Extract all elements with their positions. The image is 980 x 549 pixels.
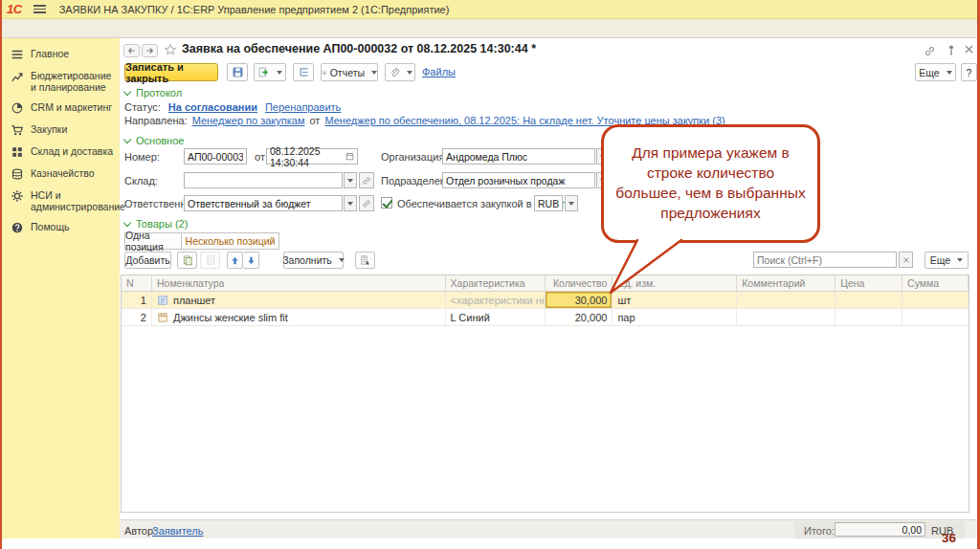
tab-bar xyxy=(0,19,980,38)
arrow-down-icon xyxy=(246,255,256,266)
author-link[interactable]: Заявитель xyxy=(152,525,204,537)
arrow-right-icon xyxy=(145,46,155,55)
quantity-cell-selected[interactable]: 30,000 xyxy=(546,292,612,308)
move-down-button[interactable] xyxy=(243,252,259,269)
document-title: Заявка на обеспечение АП00-000032 от 08.… xyxy=(182,42,536,55)
col-header-characteristic[interactable]: Характеристика xyxy=(446,275,546,291)
directed-to-link[interactable]: Менеджер по закупкам xyxy=(192,115,305,126)
col-header-n[interactable]: N xyxy=(122,275,152,291)
department-field[interactable] xyxy=(442,172,595,188)
selection-icon xyxy=(360,254,371,266)
caret-down-icon xyxy=(339,258,345,262)
sidebar-item-main[interactable]: Главное xyxy=(11,48,120,61)
warehouse-label: Склад: xyxy=(124,175,158,187)
files-link[interactable]: Файлы xyxy=(422,66,456,77)
mode-multi-button[interactable]: Несколько позиций xyxy=(182,232,279,250)
document-form: Заявка на обеспечение АП00-000032 от 08.… xyxy=(120,38,977,538)
status-row: Статус: На согласовании Перенаправить xyxy=(124,101,341,113)
number-field[interactable] xyxy=(184,148,247,165)
sidebar-item-help[interactable]: Помощь xyxy=(11,221,120,234)
mode-single-button[interactable]: Одна позиция xyxy=(124,232,182,250)
more-button[interactable]: Еще xyxy=(915,63,956,81)
search-clear-button[interactable] xyxy=(899,252,913,268)
reports-button[interactable]: Отчеты xyxy=(321,63,378,81)
grid-icon xyxy=(11,145,24,159)
collapse-icon xyxy=(123,87,131,95)
sidebar-item-warehouse[interactable]: Склад и доставка xyxy=(11,145,120,159)
section-goods[interactable]: Товары (2) xyxy=(124,218,188,230)
goods-more-button[interactable]: Еще xyxy=(924,252,969,269)
item-icon xyxy=(157,295,168,306)
currency-checkbox[interactable] xyxy=(381,197,392,209)
warehouse-dropdown[interactable] xyxy=(344,172,357,188)
sheet-icon xyxy=(205,254,216,266)
save-and-close-button[interactable]: Записать и закрыть xyxy=(124,63,218,81)
sidebar-item-treasury[interactable]: Казначейство xyxy=(11,167,120,181)
sidebar-item-crm[interactable]: CRM и маркетинг xyxy=(11,101,120,115)
back-button[interactable] xyxy=(123,44,140,57)
add-row-button[interactable]: Добавить xyxy=(124,252,171,269)
col-header-comment[interactable]: Комментарий xyxy=(737,275,835,291)
col-header-unit[interactable]: Ед. изм. xyxy=(612,275,737,291)
responsible-dropdown[interactable] xyxy=(344,195,357,211)
warehouse-field[interactable] xyxy=(184,172,343,188)
col-header-sum[interactable]: Сумма xyxy=(902,275,969,291)
move-up-button[interactable] xyxy=(227,252,243,269)
section-main[interactable]: Основное xyxy=(124,135,184,146)
pin-icon[interactable] xyxy=(947,44,956,59)
table-row[interactable]: 2 Джинсы женские slim fit L Синий 20,000… xyxy=(122,309,969,326)
goods-table: N Номенклатура Характеристика Количество… xyxy=(121,274,969,513)
arrow-left-icon xyxy=(126,46,137,55)
main-menu-icon[interactable] xyxy=(33,5,46,13)
document-structure-button[interactable] xyxy=(293,63,314,81)
calendar-icon[interactable] xyxy=(345,151,354,162)
fill-button[interactable]: Заполнить xyxy=(283,252,344,269)
attachments-button[interactable] xyxy=(385,63,415,81)
save-button[interactable] xyxy=(227,63,248,81)
pie-chart-icon xyxy=(11,101,24,115)
structure-icon xyxy=(298,66,310,78)
redirect-link[interactable]: Перенаправить xyxy=(265,101,341,113)
currency-field[interactable]: RUB xyxy=(534,195,563,211)
responsible-open-icon[interactable] xyxy=(359,195,374,211)
organization-field[interactable] xyxy=(442,148,595,165)
table-row[interactable]: 1 планшет <характеристики не использ… 30… xyxy=(122,292,969,309)
date-prefix: от xyxy=(255,151,265,163)
goods-mode-switch: Одна позиция Несколько позиций xyxy=(124,232,279,250)
document-footer: Автор: Заявитель Итого: 0,00 RUB xyxy=(120,519,977,538)
col-header-quantity[interactable]: Количество xyxy=(546,275,612,291)
date-field[interactable]: 08.12.2025 14:30:44 xyxy=(266,148,358,165)
sidebar-item-admin[interactable]: НСИ и администрирование xyxy=(11,189,120,212)
menu-icon xyxy=(11,48,24,61)
item-icon xyxy=(157,312,168,323)
warehouse-open-icon[interactable] xyxy=(359,172,374,188)
selection-button[interactable] xyxy=(355,252,375,269)
table-header-row: N Номенклатура Характеристика Количество… xyxy=(122,275,969,292)
1c-logo: 1С xyxy=(7,2,22,16)
close-document-icon[interactable] xyxy=(964,44,974,56)
col-header-price[interactable]: Цена xyxy=(835,275,902,291)
delete-row-button[interactable] xyxy=(200,252,220,269)
currency-dropdown[interactable] xyxy=(565,195,578,211)
sidebar-item-purchases[interactable]: Закупки xyxy=(11,123,120,137)
get-link-icon[interactable] xyxy=(924,45,936,59)
chart-icon xyxy=(11,70,24,83)
goods-search-input[interactable] xyxy=(753,252,897,268)
status-link[interactable]: На согласовании xyxy=(168,101,257,113)
create-based-on-button[interactable] xyxy=(254,63,286,81)
section-sidebar: Главное Бюджетирование и планирование CR… xyxy=(2,38,120,538)
help-button[interactable]: ? xyxy=(961,63,977,81)
copy-row-button[interactable] xyxy=(177,252,197,269)
report-icon xyxy=(322,67,327,78)
collapse-icon xyxy=(123,135,131,143)
total-field: 0,00 xyxy=(835,522,925,537)
section-protocol[interactable]: Протокол xyxy=(124,87,182,99)
coins-icon xyxy=(11,167,24,181)
cart-icon xyxy=(11,123,24,137)
forward-button[interactable] xyxy=(142,44,158,57)
window-titlebar: 1С ЗАЯВКИ НА ЗАКУПКУ / 1С:ERP Управление… xyxy=(0,0,980,19)
sidebar-item-budgeting[interactable]: Бюджетирование и планирование xyxy=(11,70,120,93)
col-header-nomenclature[interactable]: Номенклатура xyxy=(152,275,446,291)
responsible-field[interactable] xyxy=(184,195,343,211)
favorite-star-icon[interactable] xyxy=(164,43,177,58)
